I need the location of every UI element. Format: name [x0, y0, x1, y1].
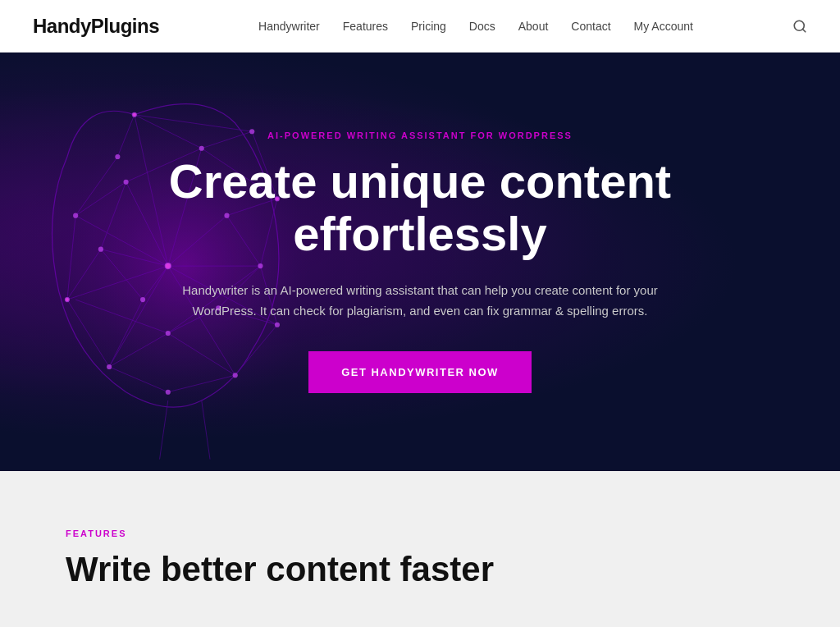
features-tag: FEATURES — [66, 529, 774, 538]
site-header: HandyPlugins Handywriter Features Pricin… — [0, 0, 840, 53]
svg-point-54 — [107, 364, 112, 369]
nav-pricing[interactable]: Pricing — [411, 20, 446, 33]
nav-my-account[interactable]: My Account — [634, 20, 693, 33]
nav-docs[interactable]: Docs — [469, 20, 495, 33]
hero-section: AI-POWERED WRITING ASSISTANT FOR WORDPRE… — [0, 53, 840, 471]
nav-handywriter[interactable]: Handywriter — [258, 20, 320, 33]
nav-features[interactable]: Features — [343, 20, 388, 33]
features-section: FEATURES Write better content faster W — [0, 471, 840, 627]
nav-contact[interactable]: Contact — [571, 20, 610, 33]
svg-line-1 — [802, 29, 805, 31]
search-button[interactable] — [792, 19, 807, 34]
hero-cta-button[interactable]: GET HANDYWRITER NOW — [308, 351, 532, 393]
svg-point-61 — [98, 247, 103, 252]
hero-title: Create unique content effortlessly — [149, 155, 691, 260]
hero-tag: AI-POWERED WRITING ASSISTANT FOR WORDPRE… — [149, 130, 691, 140]
svg-point-56 — [73, 213, 78, 218]
hero-description: Handywriter is an AI-powered writing ass… — [182, 280, 658, 322]
svg-point-59 — [124, 180, 129, 185]
svg-point-68 — [66, 298, 69, 301]
hero-content: AI-POWERED WRITING ASSISTANT FOR WORDPRE… — [133, 81, 707, 442]
search-icon — [792, 19, 807, 34]
main-nav: Handywriter Features Pricing Docs About … — [258, 20, 693, 33]
features-title: Write better content faster — [66, 550, 774, 589]
svg-point-57 — [115, 154, 120, 159]
site-logo[interactable]: HandyPlugins — [33, 15, 159, 38]
nav-about[interactable]: About — [518, 20, 549, 33]
